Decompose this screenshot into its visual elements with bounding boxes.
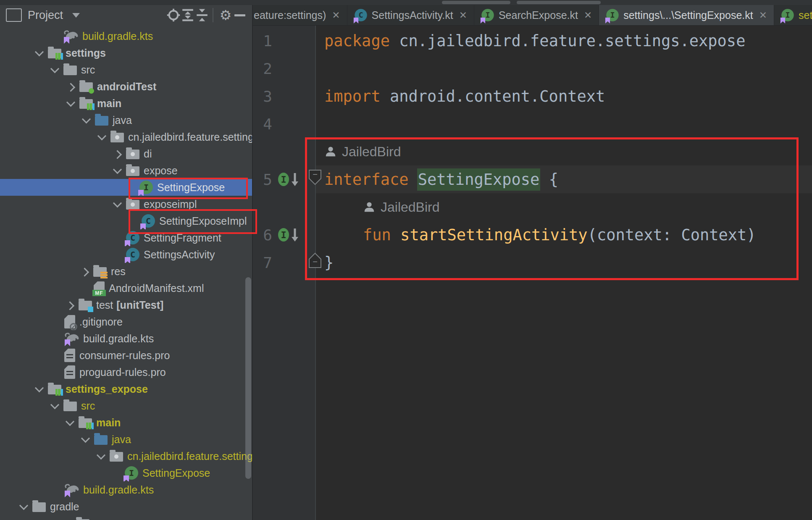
tree-row-test[interactable]: test [unitTest] <box>0 297 252 313</box>
chevron-collapsed-icon[interactable] <box>64 299 75 310</box>
folder-icon <box>63 402 77 411</box>
code-line-1: 1 package cn.jailedbird.feature.settings… <box>253 27 812 55</box>
close-icon[interactable]: ✕ <box>459 10 467 21</box>
tree-row-expose[interactable]: expose <box>0 162 252 179</box>
tree-row-build-gradle-2[interactable]: build.gradle.kts <box>0 330 252 347</box>
tree-row-package[interactable]: cn.jailedbird.feature.setting <box>0 129 252 145</box>
hide-tool-window-button[interactable] <box>233 8 247 22</box>
tree-row-consumer-rules[interactable]: consumer-rules.pro <box>0 347 252 364</box>
tree-row-src[interactable]: src <box>0 61 252 78</box>
chevron-expanded-icon[interactable] <box>65 98 76 109</box>
top-scroll-segment-2[interactable] <box>517 1 601 4</box>
top-scroll-segment-1[interactable] <box>442 1 510 4</box>
tree-row-androidtest[interactable]: androidTest <box>0 78 252 95</box>
tree-row-settingexposeimpl[interactable]: SettingExposeImpl <box>0 213 252 229</box>
toolbar-separator <box>213 8 213 22</box>
chevron-expanded-icon[interactable] <box>112 165 123 176</box>
minimize-icon <box>234 14 245 16</box>
tree-row-src-2[interactable]: src <box>0 397 252 414</box>
chevron-collapsed-icon[interactable] <box>112 148 123 159</box>
tree-row-settings-expose-module[interactable]: settings_expose <box>0 381 252 397</box>
close-icon[interactable]: ✕ <box>584 10 592 21</box>
chevron-expanded-icon[interactable] <box>34 47 45 58</box>
tree-row-res[interactable]: res <box>0 263 252 280</box>
chevron-expanded-icon[interactable] <box>34 383 45 394</box>
chevron-expanded-icon[interactable] <box>62 518 73 520</box>
test-folder-icon <box>79 301 92 310</box>
chevron-expanded-icon[interactable] <box>18 501 29 512</box>
project-view-title[interactable]: Project <box>28 9 63 22</box>
tree-row-java-2[interactable]: java <box>0 431 252 448</box>
chevron-collapsed-icon[interactable] <box>65 81 76 92</box>
close-icon[interactable]: ✕ <box>332 10 340 21</box>
chevron-expanded-icon[interactable] <box>81 115 92 126</box>
chevron-expanded-icon[interactable] <box>96 131 107 142</box>
tree-row-settingexpose-2[interactable]: SettingExpose <box>0 465 252 481</box>
tree-row-build-gradle[interactable]: build.gradle.kts <box>0 28 252 45</box>
android-test-folder-icon <box>79 82 93 92</box>
locate-file-button[interactable] <box>166 8 181 22</box>
kotlin-interface-icon <box>781 9 794 21</box>
folder-icon <box>63 66 77 75</box>
close-icon[interactable]: ✕ <box>759 10 767 21</box>
author-inlay-2: JailedBird <box>253 193 812 221</box>
settings-gear-button[interactable]: ⚙ <box>218 8 233 22</box>
tab-feature-settings[interactable]: eature:settings) ✕ <box>253 5 347 25</box>
code-line-7: 7 } <box>253 249 812 276</box>
tree-row-exposeimpl[interactable]: exposeimpl <box>0 196 252 213</box>
tree-row-settingexpose[interactable]: SettingExpose <box>0 179 252 196</box>
tree-row-settingsactivity[interactable]: SettingsActivity <box>0 246 252 263</box>
tree-row-java[interactable]: java <box>0 112 252 129</box>
code-line-5: 5 I interface SettingExpose { <box>253 165 812 193</box>
collapse-all-button[interactable] <box>195 8 209 22</box>
expand-all-icon <box>181 8 194 22</box>
user-icon <box>363 201 376 213</box>
svg-text:I: I <box>281 230 286 240</box>
tree-row-androidmanifest[interactable]: MF AndroidManifest.xml <box>0 280 252 297</box>
module-folder-icon <box>79 99 93 109</box>
tree-scrollbar-thumb[interactable] <box>245 277 251 479</box>
chevron-expanded-icon[interactable] <box>49 400 60 411</box>
chevron-expanded-icon[interactable] <box>95 451 106 462</box>
chevron-down-icon[interactable] <box>72 13 80 18</box>
tree-row-main[interactable]: main <box>0 95 252 112</box>
code-editor[interactable]: 1 package cn.jailedbird.feature.settings… <box>253 25 812 520</box>
tree-row-proguard-rules[interactable]: proguard-rules.pro <box>0 364 252 381</box>
tree-row-main-2[interactable]: main <box>0 414 252 431</box>
fold-start-marker[interactable]: − <box>308 169 322 187</box>
source-root-folder-icon <box>94 435 108 445</box>
text-file-icon <box>64 365 75 379</box>
tree-row-gitignore[interactable]: .gitignore <box>0 313 252 330</box>
implemented-gutter-icon[interactable]: I <box>277 171 301 187</box>
tab-searchexpose[interactable]: SearchExpose.kt ✕ <box>474 5 599 25</box>
tree-row-package-2[interactable]: cn.jailedbird.feature.setting <box>0 448 252 465</box>
chevron-expanded-icon[interactable] <box>49 64 60 75</box>
tree-row-settingfragment[interactable]: SettingFragment <box>0 229 252 246</box>
tree-row-settings-module[interactable]: settings <box>0 45 252 61</box>
chevron-expanded-icon[interactable] <box>80 434 91 445</box>
text-file-icon <box>64 349 75 362</box>
project-toolbar: Project <box>0 5 252 25</box>
tab-partial-modified[interactable]: set <box>774 5 812 25</box>
author-inlay-1: JailedBird <box>253 138 812 165</box>
user-icon <box>324 145 337 158</box>
tree-row-di[interactable]: di <box>0 145 252 162</box>
tree-row-partial[interactable] <box>0 515 252 520</box>
implemented-gutter-icon[interactable]: I <box>277 227 301 243</box>
tab-settingexpose-active[interactable]: settings\...\SettingExpose.kt ✕ <box>599 5 774 25</box>
chevron-expanded-icon[interactable] <box>64 417 75 428</box>
chevron-expanded-icon[interactable] <box>112 199 123 210</box>
tree-row-gradle[interactable]: gradle <box>0 498 252 515</box>
expand-all-button[interactable] <box>181 8 195 22</box>
package-folder-icon <box>126 150 139 159</box>
highlighted-identifier: SettingExpose <box>417 168 541 191</box>
fold-end-marker[interactable]: − <box>308 252 322 271</box>
chevron-collapsed-icon[interactable] <box>79 266 90 277</box>
folder-icon <box>32 502 46 512</box>
resources-folder-icon <box>93 267 107 277</box>
editor-tab-bar: eature:settings) ✕ SettingsActivity.kt ✕… <box>253 5 812 26</box>
manifest-file-icon: MF <box>94 281 105 295</box>
tab-settingsactivity[interactable]: SettingsActivity.kt ✕ <box>347 5 474 25</box>
gradle-icon <box>64 332 79 345</box>
tree-row-build-gradle-3[interactable]: build.gradle.kts <box>0 481 252 498</box>
